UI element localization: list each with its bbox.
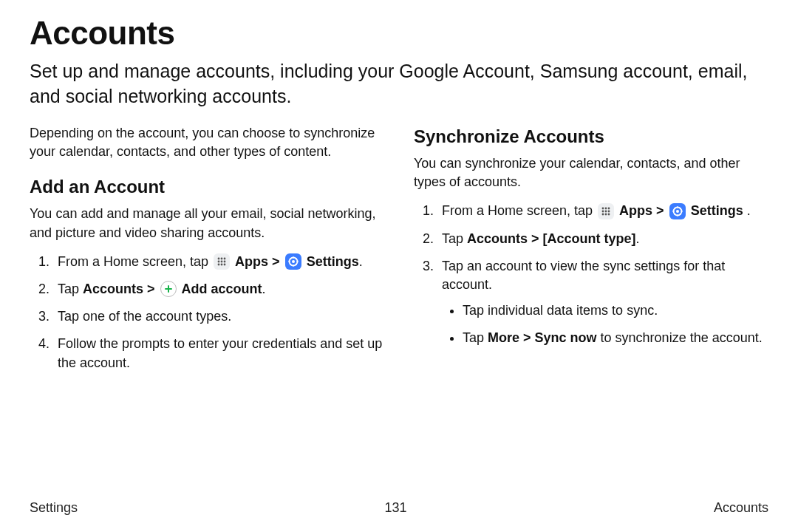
settings-icon [285, 253, 301, 270]
sync-sub-1: Tap individual data items to sync. [463, 301, 768, 320]
svg-point-26 [608, 210, 610, 212]
add-account-heading: Add an Account [30, 174, 384, 200]
sync-sub2-sync: Sync now [535, 330, 597, 345]
columns: Depending on the account, you can choose… [30, 124, 768, 381]
sync-sub-2: Tap More > Sync now to synchronize the a… [463, 329, 768, 347]
add-account-steps: From a Home screen, tap Apps > Settings.… [30, 253, 384, 372]
svg-line-15 [290, 259, 290, 259]
add-step1-apps: Apps [235, 254, 268, 269]
sync-sub2-pre: Tap [463, 330, 488, 345]
svg-point-29 [608, 213, 610, 215]
add-step1-post: . [359, 254, 363, 269]
sync-desc: You can synchronize your calendar, conta… [414, 154, 768, 191]
add-step2-accounts: Accounts [83, 282, 143, 296]
sync-step2-post: . [636, 231, 640, 246]
svg-line-37 [680, 214, 681, 214]
svg-point-0 [218, 258, 220, 260]
add-account-desc: You can add and manage all your email, s… [30, 205, 384, 242]
page-footer: Settings 131 Accounts [30, 500, 768, 516]
document-page: Accounts Set up and manage accounts, inc… [0, 0, 798, 532]
sync-step1-arrow: > [656, 203, 668, 218]
sync-sub2-more: More [488, 330, 519, 345]
svg-point-3 [218, 261, 220, 263]
footer-right: Accounts [714, 500, 768, 516]
svg-line-18 [296, 259, 296, 259]
svg-point-5 [224, 261, 226, 263]
apps-icon [598, 203, 614, 219]
sync-sub2-arrow: > [519, 330, 535, 345]
sync-step2-type: [Account type] [543, 231, 636, 246]
sync-substeps: Tap individual data items to sync. Tap M… [442, 301, 768, 347]
svg-point-2 [224, 258, 226, 260]
svg-point-31 [676, 210, 679, 213]
page-intro: Set up and manage accounts, including yo… [30, 59, 768, 109]
svg-point-7 [221, 264, 223, 266]
settings-icon [669, 203, 686, 219]
add-step-4: Follow the prompts to enter your credent… [53, 335, 384, 372]
svg-point-23 [608, 207, 610, 209]
svg-point-4 [221, 261, 223, 263]
sync-step-2: Tap Accounts > [Account type]. [437, 230, 768, 248]
svg-point-21 [602, 207, 604, 209]
svg-point-10 [292, 260, 295, 263]
sync-sub2-post: to synchronize the account. [597, 330, 763, 345]
sync-step2-pre: Tap [442, 231, 467, 246]
sync-step2-arrow: > [528, 231, 543, 246]
page-title: Accounts [30, 15, 768, 52]
add-step-1: From a Home screen, tap Apps > Settings. [53, 253, 384, 271]
left-pretext: Depending on the account, you can choose… [30, 124, 384, 161]
svg-point-8 [224, 264, 226, 266]
sync-step1-post: . [743, 203, 751, 218]
svg-point-28 [605, 213, 607, 215]
svg-line-39 [680, 208, 681, 208]
add-icon [160, 281, 177, 297]
sync-step-3: Tap an account to view the sync settings… [437, 257, 768, 348]
footer-page-number: 131 [384, 500, 406, 516]
sync-step1-settings: Settings [691, 203, 743, 218]
svg-line-36 [674, 208, 675, 208]
svg-line-16 [296, 264, 296, 265]
svg-point-24 [602, 210, 604, 212]
sync-step-1: From a Home screen, tap Apps > Settings … [437, 202, 768, 220]
apps-icon [214, 253, 230, 270]
left-column: Depending on the account, you can choose… [30, 124, 384, 381]
right-column: Synchronize Accounts You can synchronize… [414, 124, 768, 381]
footer-left: Settings [30, 500, 78, 516]
svg-point-25 [605, 210, 607, 212]
add-step-3: Tap one of the account types. [53, 307, 384, 326]
svg-point-27 [602, 213, 604, 215]
svg-line-38 [674, 214, 675, 214]
sync-step1-pre: From a Home screen, tap [442, 203, 596, 218]
sync-steps: From a Home screen, tap Apps > Settings … [414, 202, 768, 347]
svg-point-22 [605, 207, 607, 209]
add-step1-arrow: > [272, 254, 284, 269]
add-step2-add: Add account [182, 282, 262, 296]
sync-heading: Synchronize Accounts [414, 124, 768, 149]
svg-point-6 [218, 264, 220, 266]
svg-point-1 [221, 258, 223, 260]
sync-step3-text: Tap an account to view the sync settings… [442, 259, 725, 292]
add-step-2: Tap Accounts > Add account. [53, 280, 384, 299]
svg-line-17 [290, 264, 290, 265]
sync-step2-accounts: Accounts [467, 231, 528, 246]
add-step2-pre: Tap [58, 282, 83, 296]
add-step2-post: . [262, 282, 266, 296]
add-step1-settings: Settings [307, 254, 359, 269]
add-step1-pre: From a Home screen, tap [58, 254, 212, 269]
add-step2-arrow: > [143, 282, 159, 296]
sync-step1-apps: Apps [619, 203, 652, 218]
